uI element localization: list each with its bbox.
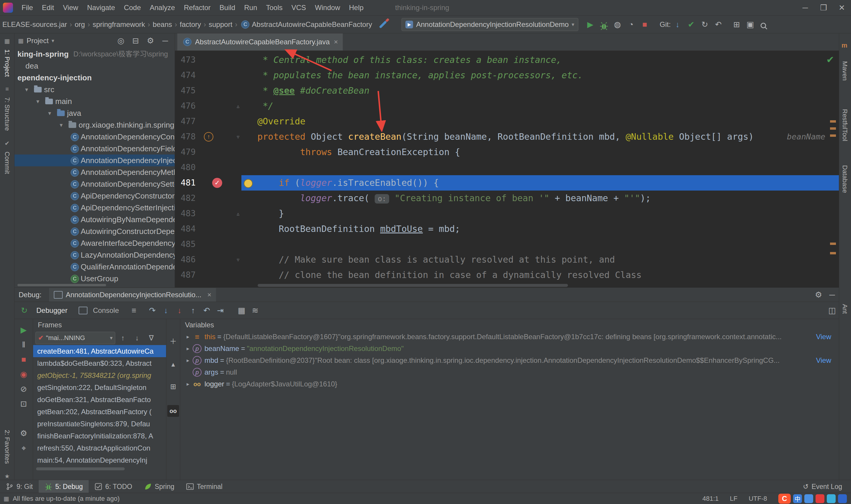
variable-row[interactable]: ▸pbeanName="annotationDependencyInjectio…: [180, 343, 839, 355]
stop-button[interactable]: ■: [638, 17, 652, 32]
menu-code[interactable]: Code: [120, 0, 145, 15]
maximize-icon[interactable]: ❒: [814, 0, 833, 15]
caret-position[interactable]: 481:1: [702, 495, 719, 503]
fold-marker-icon[interactable]: ▿: [236, 129, 240, 144]
expand-icon[interactable]: ▸: [183, 345, 193, 352]
toolwindow-toggle-icon[interactable]: ▦: [3, 495, 9, 502]
fold-marker-icon[interactable]: ▿: [236, 252, 240, 267]
close-tab-icon[interactable]: ×: [207, 291, 211, 299]
breadcrumb-item[interactable]: org: [75, 20, 85, 29]
error-stripe-mark[interactable]: [830, 242, 836, 245]
locate-file-icon[interactable]: ◎: [115, 34, 127, 48]
frame-row[interactable]: preInstantiateSingletons:879, Defau: [33, 418, 166, 430]
line-number[interactable]: 474: [175, 68, 196, 83]
code-line[interactable]: 479 throws BeanCreationException {: [175, 144, 839, 160]
step-into-icon[interactable]: ↓: [159, 303, 173, 318]
line-number[interactable]: 482: [175, 191, 196, 206]
project-tree-item[interactable]: CAutowiringConstructorDepender: [15, 226, 175, 237]
inspections-ok-icon[interactable]: ✔: [826, 54, 834, 65]
shelf-icon[interactable]: ⊞: [730, 17, 743, 32]
move-watch-up-icon[interactable]: ▴: [167, 360, 180, 368]
frame-row[interactable]: finishBeanFactoryInitialization:878, A: [33, 430, 166, 442]
breadcrumb-item[interactable]: factory: [180, 20, 201, 29]
expand-icon[interactable]: ▸: [183, 381, 193, 387]
breadcrumb-item[interactable]: beans: [153, 20, 172, 29]
project-tree-item[interactable]: king-in-springD:\workspace\极客学习\spring: [15, 48, 175, 60]
error-stripe-mark[interactable]: [830, 134, 836, 137]
git-update-icon[interactable]: ↓: [671, 17, 684, 32]
view-breakpoints-icon[interactable]: ◉: [17, 367, 31, 382]
frame-row[interactable]: refresh:550, AbstractApplicationCon: [33, 442, 166, 454]
debug-button[interactable]: [597, 19, 611, 30]
thread-selector[interactable]: ✔ "mai...NNING ▾: [35, 332, 115, 344]
run-configuration-select[interactable]: ▶ AnnotationDependencyInjectionResolutio…: [402, 18, 578, 31]
line-number[interactable]: 473: [175, 52, 196, 68]
project-tree-item[interactable]: CApiDependencySetterInjectionD: [15, 202, 175, 214]
coverage-button[interactable]: ◍: [611, 17, 624, 32]
error-stripe-mark[interactable]: [830, 120, 836, 123]
tab-debugger[interactable]: Debugger: [31, 306, 73, 314]
debug-session-tab[interactable]: AnnotationDependencyInjectionResolutio..…: [49, 288, 216, 302]
step-out-icon[interactable]: ↑: [186, 303, 200, 318]
menu-analyze[interactable]: Analyze: [145, 0, 179, 15]
view-breakpoints-grid-icon[interactable]: ▦: [235, 303, 248, 318]
line-number[interactable]: 481: [175, 175, 196, 191]
chevron-down-icon[interactable]: ▾: [52, 37, 54, 44]
next-frame-icon[interactable]: ↓: [131, 334, 144, 342]
mute-breakpoint-icon[interactable]: ⊘: [17, 382, 31, 396]
project-tree-item[interactable]: ▾org.xiaoge.thinking.in.spring.ioc.dep: [15, 119, 175, 131]
stripe-item-maven[interactable]: Maven: [841, 61, 849, 80]
hide-panel-icon[interactable]: ─: [825, 288, 839, 302]
line-number[interactable]: 477: [175, 114, 196, 129]
fold-marker-icon[interactable]: ▵: [236, 98, 240, 114]
run-button[interactable]: ▶: [584, 17, 597, 32]
expand-icon[interactable]: ▸: [183, 357, 193, 364]
filter-frames-icon[interactable]: ∇: [145, 334, 158, 342]
code-line[interactable]: 482 logger.trace( o: "Creating instance …: [175, 191, 839, 206]
code-line[interactable]: 484 RootBeanDefinition mbdToUse = mbd;: [175, 221, 839, 237]
project-tree-item[interactable]: CQualifierAnnotationDependency: [15, 261, 175, 273]
line-number[interactable]: 479: [175, 144, 196, 160]
editor-horizontal-scrollbar[interactable]: [258, 284, 568, 287]
project-tree-item[interactable]: CAnnotationDependencyMethodI: [15, 166, 175, 178]
menu-file[interactable]: File: [17, 0, 38, 15]
settings-icon[interactable]: ⚙: [17, 426, 31, 441]
project-tree-item[interactable]: CAnnotationDependencyInjection: [15, 155, 175, 166]
line-ending[interactable]: LF: [730, 495, 738, 503]
frame-row[interactable]: getObject:-1, 758348212 (org.spring: [33, 369, 166, 381]
previous-frame-icon[interactable]: ↑: [116, 334, 129, 342]
project-tree-item[interactable]: CAwareInterfaceDependencyInjec: [15, 237, 175, 249]
expand-icon[interactable]: ▸: [183, 334, 193, 340]
breadcrumb-item[interactable]: springframework: [92, 20, 145, 29]
rerun-icon[interactable]: ↻: [17, 303, 31, 318]
project-tree-item[interactable]: ependency-injection: [15, 72, 175, 84]
code-line[interactable]: 478↑▿protected Object createBean(String …: [175, 129, 839, 144]
close-tab-icon[interactable]: ×: [334, 38, 338, 46]
toolwindow-todo[interactable]: 6: TODO: [89, 480, 138, 493]
drop-frame-icon[interactable]: ↶: [200, 303, 213, 318]
line-number[interactable]: 476: [175, 98, 196, 114]
error-stripe-mark[interactable]: [830, 252, 836, 254]
menu-refactor[interactable]: Refactor: [179, 0, 215, 15]
horizontal-scrollbar[interactable]: [17, 284, 106, 286]
project-tree-item[interactable]: CAutowiringByNameDependency: [15, 214, 175, 226]
breakpoint-icon[interactable]: ✓: [212, 178, 222, 188]
copy-icon[interactable]: ⊞: [167, 382, 180, 391]
code-line[interactable]: 487 // clone the bean definition in case…: [175, 267, 839, 283]
code-line[interactable]: 474 * populates the bean instance, appli…: [175, 68, 839, 83]
menu-window[interactable]: Window: [311, 0, 345, 15]
code-line[interactable]: 476▵ */: [175, 98, 839, 114]
code-line[interactable]: 485: [175, 237, 839, 252]
minimize-icon[interactable]: ─: [796, 0, 814, 15]
gear-icon[interactable]: ⚙: [812, 288, 825, 302]
mute-breakpoints-icon[interactable]: ≋: [248, 303, 262, 318]
build-icon[interactable]: [379, 20, 387, 29]
project-tree-item[interactable]: CAnnotationDependencyConstru: [15, 131, 175, 143]
variable-row[interactable]: pargs=null: [180, 366, 839, 378]
menu-navigate[interactable]: Navigate: [83, 0, 120, 15]
chevron-down-icon[interactable]: ▾: [25, 84, 28, 95]
close-icon[interactable]: ✕: [833, 0, 851, 15]
toolwindow-git[interactable]: 9: Git: [0, 480, 39, 493]
override-method-icon[interactable]: ↑: [204, 132, 213, 142]
toolwindow-spring[interactable]: Spring: [138, 480, 180, 493]
